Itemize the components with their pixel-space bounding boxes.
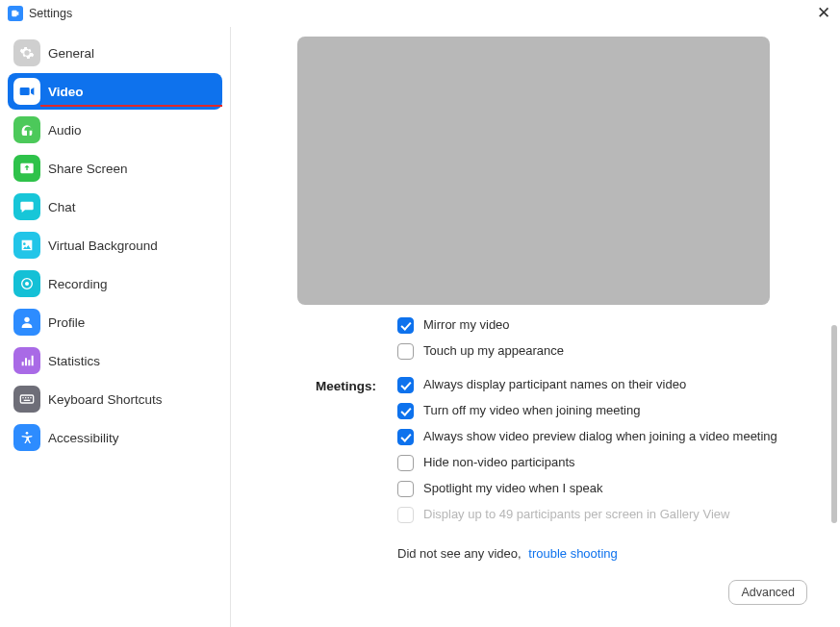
checkbox[interactable] [397, 377, 414, 393]
sidebar-item-profile[interactable]: Profile [8, 304, 222, 340]
sidebar-item-statistics[interactable]: Statistics [8, 342, 222, 379]
sidebar-item-chat[interactable]: Chat [8, 188, 222, 225]
close-icon[interactable]: ✕ [817, 5, 830, 21]
troubleshoot-prefix: Did not see any video, [397, 546, 522, 561]
main-panel: Meetings: Mirror my video Touch up my ap… [231, 27, 840, 627]
sidebar-item-accessibility[interactable]: Accessibility [8, 419, 222, 456]
sidebar-item-label: Virtual Background [48, 238, 158, 253]
video-icon [13, 78, 40, 105]
option-label: Always show video preview dialog when jo… [423, 429, 777, 443]
sidebar-item-keyboard-shortcuts[interactable]: Keyboard Shortcuts [8, 381, 222, 417]
svg-point-2 [24, 317, 29, 322]
svg-rect-3 [20, 395, 33, 403]
option-label: Turn off my video when joining meeting [423, 403, 640, 417]
sidebar-item-label: Keyboard Shortcuts [48, 392, 163, 407]
option-label: Mirror my video [423, 317, 510, 332]
svg-rect-5 [25, 397, 26, 398]
sidebar-item-label: General [48, 46, 94, 61]
content-wrap: General Video Audio Share Screen Chat Vi… [0, 27, 840, 627]
gear-icon [13, 39, 40, 66]
headphones-icon [13, 116, 40, 143]
checkbox[interactable] [397, 481, 414, 497]
option-turn-off-on-join[interactable]: Turn off my video when joining meeting [397, 403, 811, 419]
virtual-background-icon [13, 232, 40, 259]
svg-rect-7 [30, 397, 31, 398]
sidebar-item-virtual-background[interactable]: Virtual Background [8, 227, 222, 263]
sidebar-item-recording[interactable]: Recording [8, 265, 222, 302]
statistics-icon [13, 347, 40, 374]
sidebar-item-general[interactable]: General [8, 35, 222, 71]
svg-rect-4 [22, 397, 23, 398]
svg-point-1 [25, 282, 29, 286]
record-icon [13, 270, 40, 297]
advanced-button[interactable]: Advanced [728, 580, 807, 605]
sidebar-item-label: Chat [48, 200, 76, 214]
checkbox[interactable] [397, 403, 414, 419]
option-gallery-49: Display up to 49 participants per screen… [397, 507, 811, 523]
sidebar-item-label: Share Screen [48, 162, 128, 176]
sidebar-item-label: Accessibility [48, 431, 119, 445]
svg-rect-8 [24, 400, 31, 401]
scrollbar-thumb[interactable] [831, 325, 837, 523]
meetings-section-label: Meetings: [316, 379, 376, 393]
troubleshoot-link[interactable]: trouble shooting [528, 546, 618, 561]
checkbox[interactable] [397, 343, 414, 360]
sidebar-item-label: Audio [48, 123, 82, 138]
sidebar-item-audio[interactable]: Audio [8, 112, 222, 148]
sidebar-item-video[interactable]: Video [8, 73, 222, 110]
svg-point-9 [26, 432, 29, 435]
option-hide-non-video[interactable]: Hide non-video participants [397, 455, 811, 471]
checkbox [397, 507, 414, 523]
video-preview [297, 37, 770, 305]
option-touch-up[interactable]: Touch up my appearance [397, 343, 811, 360]
sidebar-item-label: Statistics [48, 354, 100, 368]
option-mirror-my-video[interactable]: Mirror my video [397, 317, 811, 334]
option-label: Always display participant names on thei… [423, 377, 686, 391]
accessibility-icon [13, 424, 40, 451]
option-spotlight-when-speak[interactable]: Spotlight my video when I speak [397, 481, 811, 497]
checkbox[interactable] [397, 455, 414, 471]
option-label: Spotlight my video when I speak [423, 481, 602, 495]
option-always-show-preview[interactable]: Always show video preview dialog when jo… [397, 429, 811, 445]
app-icon [8, 6, 23, 21]
troubleshoot-text: Did not see any video, trouble shooting [397, 546, 618, 561]
sidebar-item-share-screen[interactable]: Share Screen [8, 150, 222, 187]
option-label: Hide non-video participants [423, 455, 575, 469]
sidebar-item-label: Profile [48, 315, 85, 330]
chat-icon [13, 193, 40, 220]
option-label: Display up to 49 participants per screen… [423, 507, 729, 521]
window-title: Settings [29, 7, 72, 20]
checkbox[interactable] [397, 317, 414, 334]
share-screen-icon [13, 155, 40, 182]
options-area: Mirror my video Touch up my appearance A… [397, 317, 811, 533]
option-label: Touch up my appearance [423, 343, 564, 358]
keyboard-icon [13, 386, 40, 413]
sidebar-item-label: Recording [48, 277, 108, 291]
svg-rect-6 [28, 397, 29, 398]
profile-icon [13, 309, 40, 336]
sidebar: General Video Audio Share Screen Chat Vi… [0, 27, 231, 627]
sidebar-item-label: Video [48, 85, 84, 99]
titlebar: Settings ✕ [0, 0, 840, 27]
option-always-display-names[interactable]: Always display participant names on thei… [397, 377, 811, 393]
checkbox[interactable] [397, 429, 414, 445]
